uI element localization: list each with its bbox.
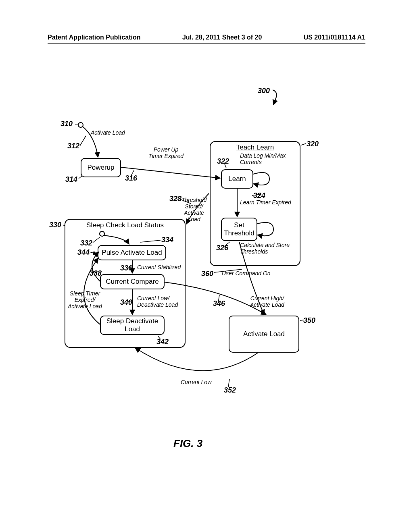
ref-346: 346 [213,299,225,308]
header-center: Jul. 28, 2011 Sheet 3 of 20 [182,34,262,41]
state-powerup: Powerup [81,158,121,177]
state-set-threshold: Set Threshold [221,218,257,241]
edge-activate-load: Activate Load [91,129,125,136]
state-set-threshold-label: Set Threshold [224,221,254,237]
diagram-svg [0,0,413,532]
edge-user-command: User Command On [222,270,271,276]
ref-338: 338 [90,269,102,278]
ref-300: 300 [258,87,270,95]
ref-336: 336 [120,264,132,272]
header-left: Patent Application Publication [48,34,141,41]
edge-power-up-timer: Power Up Timer Expired [148,146,184,159]
state-activate-load: Activate Load [229,316,299,353]
ref-332: 332 [80,239,92,247]
ref-344: 344 [77,248,90,257]
edge-current-stablized: Current Stablized [137,264,181,270]
page-header: Patent Application Publication Jul. 28, … [48,34,365,44]
ref-326: 326 [216,244,228,252]
ref-340: 340 [120,298,132,307]
state-activate-load-label: Activate Load [243,330,285,338]
sleep-check-title: Sleep Check Load Status [65,220,185,229]
state-sleep-deactivate: Sleep Deactivate Load [100,316,165,335]
edge-current-low: Current Low [181,379,211,385]
state-pulse-activate-label: Pulse Activate Load [102,249,162,257]
state-learn-label: Learn [228,175,246,183]
edge-sleep-timer: Sleep Timer Expired/ Activate Load [68,290,102,310]
ref-314: 314 [65,175,77,184]
ref-328: 328 [169,195,181,203]
state-powerup-label: Powerup [87,164,114,172]
ref-330: 330 [49,221,61,229]
state-pulse-activate: Pulse Activate Load [98,245,166,260]
header-right: US 2011/0181114 A1 [304,34,365,41]
edge-threshold-stored: Threshold Stored/ Activate Load [181,197,206,222]
edge-current-high: Current High/ Activate Load [250,295,284,308]
ref-342: 342 [156,338,169,346]
page: Patent Application Publication Jul. 28, … [0,0,413,532]
ref-322: 322 [217,157,229,166]
ref-350: 350 [303,316,315,325]
svg-point-0 [78,123,83,127]
edge-current-low-deactivate: Current Low/ Deactivate Load [137,295,178,308]
ref-352: 352 [224,386,236,395]
ref-360: 360 [201,270,213,278]
ref-324: 324 [253,191,265,200]
teach-learn-title: Teach Learn [211,142,300,152]
state-current-compare: Current Compare [100,274,165,289]
ref-334: 334 [161,236,173,244]
ref-316: 316 [125,174,137,183]
edge-data-log: Data Log Min/Max Currents [240,152,286,165]
edge-calc-store: Calculate and Store Thresholds [240,242,290,255]
state-current-compare-label: Current Compare [106,278,159,286]
ref-312: 312 [67,142,79,150]
state-sleep-deactivate-label: Sleep Deactivate Load [106,317,159,333]
ref-320: 320 [307,140,319,148]
ref-310: 310 [60,120,73,128]
figure-caption: FIG. 3 [173,437,202,450]
edge-learn-timer: Learn Timer Expired [240,199,291,206]
state-learn: Learn [221,169,253,189]
